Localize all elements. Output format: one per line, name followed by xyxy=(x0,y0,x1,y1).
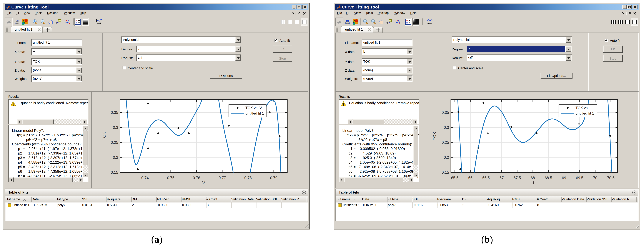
svg-text:67.5: 67.5 xyxy=(514,176,521,180)
svg-text:0.2: 0.2 xyxy=(444,155,449,160)
svg-text:TOK vs. L: TOK vs. L xyxy=(576,106,592,110)
svg-text:68: 68 xyxy=(531,176,535,180)
svg-text:65.5: 65.5 xyxy=(451,176,458,180)
svg-text:69.5: 69.5 xyxy=(576,176,584,180)
svg-text:0.25: 0.25 xyxy=(442,140,449,145)
svg-text:66.5: 66.5 xyxy=(482,176,490,180)
svg-text:0.2: 0.2 xyxy=(113,155,118,160)
svg-text:0.15: 0.15 xyxy=(442,170,449,175)
svg-text:66: 66 xyxy=(468,176,472,180)
svg-text:0.3: 0.3 xyxy=(113,125,118,130)
svg-text:L: L xyxy=(533,181,535,185)
svg-text:0.77: 0.77 xyxy=(218,176,226,180)
svg-text:0.78: 0.78 xyxy=(244,176,252,180)
svg-text:69: 69 xyxy=(562,176,566,180)
svg-text:0.75: 0.75 xyxy=(167,176,174,180)
svg-text:0.3: 0.3 xyxy=(444,125,449,130)
svg-text:0.79: 0.79 xyxy=(270,176,278,180)
svg-text:67: 67 xyxy=(500,176,504,180)
svg-text:0.15: 0.15 xyxy=(111,170,118,175)
svg-text:70: 70 xyxy=(593,176,597,180)
svg-text:0.35: 0.35 xyxy=(442,110,449,115)
svg-text:70.5: 70.5 xyxy=(607,176,614,180)
svg-text:0.74: 0.74 xyxy=(141,176,149,180)
svg-text:0.76: 0.76 xyxy=(193,176,200,180)
svg-text:TOK vs. V: TOK vs. V xyxy=(246,106,262,110)
svg-text:TOK: TOK xyxy=(432,132,437,140)
svg-text:V: V xyxy=(202,181,205,185)
svg-text:0.35: 0.35 xyxy=(111,110,118,115)
svg-text:68.5: 68.5 xyxy=(545,176,552,180)
svg-text:untitled fit 1: untitled fit 1 xyxy=(576,111,594,115)
svg-text:TOK: TOK xyxy=(102,132,106,140)
svg-text:0.25: 0.25 xyxy=(111,140,118,145)
svg-text:untitled fit 1: untitled fit 1 xyxy=(246,111,264,115)
